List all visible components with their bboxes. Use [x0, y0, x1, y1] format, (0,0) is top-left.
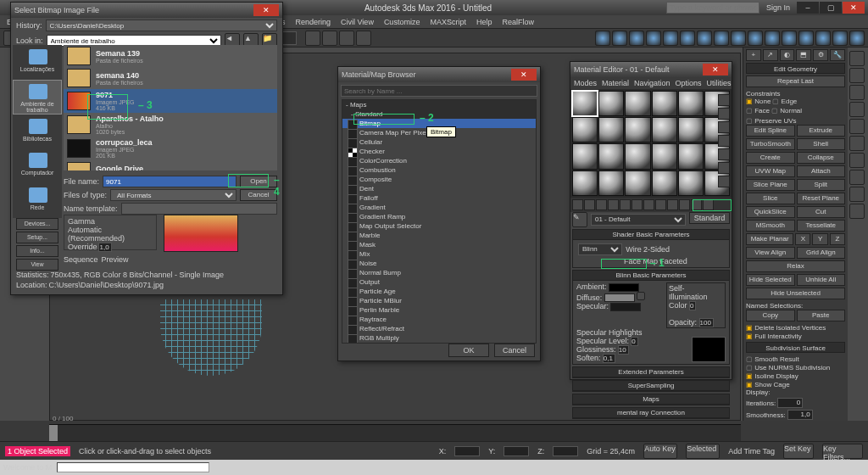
- map-item[interactable]: ColorCorrection: [342, 156, 536, 165]
- material-slot[interactable]: [678, 170, 704, 196]
- cmd-button[interactable]: Create: [746, 152, 795, 164]
- nametpl-input[interactable]: [121, 203, 277, 215]
- cancel-button[interactable]: Cancel: [494, 344, 535, 357]
- cmd-button[interactable]: TurboSmooth: [746, 138, 795, 150]
- toolbar-button[interactable]: [305, 31, 320, 46]
- tab-button[interactable]: ◐: [780, 49, 795, 61]
- material-slot[interactable]: [625, 170, 650, 196]
- file-list[interactable]: Semana 139Pasta de ficheiros semana 140P…: [64, 45, 277, 170]
- map-item[interactable]: Noise: [342, 259, 536, 268]
- repeat-last-button[interactable]: Repeat Last: [746, 75, 845, 87]
- right-tool[interactable]: [849, 170, 865, 185]
- smoothness-spinner[interactable]: 1,0: [787, 410, 813, 420]
- cancel-button[interactable]: Cancel: [240, 189, 277, 201]
- cmd-button[interactable]: Reset Plane: [797, 193, 846, 204]
- setkey-button[interactable]: Set Key: [783, 444, 814, 459]
- paste-button[interactable]: Paste: [797, 310, 846, 321]
- cmd-button[interactable]: Attach: [797, 165, 846, 177]
- dialog-close-button[interactable]: ✕: [253, 4, 279, 16]
- copy-button[interactable]: Copy: [746, 310, 795, 321]
- toolbar-button[interactable]: [815, 31, 831, 46]
- med-tool[interactable]: [718, 94, 730, 106]
- material-slot[interactable]: [598, 117, 624, 142]
- cmd-button[interactable]: Slice Plane: [746, 179, 795, 191]
- wire-check[interactable]: Wire: [626, 244, 642, 253]
- 2sided-check[interactable]: 2-Sided: [643, 244, 670, 253]
- toolbar-button[interactable]: [595, 31, 610, 46]
- speclevel-spinner[interactable]: 0: [631, 337, 637, 346]
- menu-item[interactable]: MAXScript: [430, 18, 466, 26]
- map-list[interactable]: Bitmap Camera Map Per Pixel Cellular Che…: [342, 119, 536, 343]
- preview-check[interactable]: Preview: [102, 255, 129, 264]
- dialog-titlebar[interactable]: Material Editor - 01 - Default ✕: [570, 62, 732, 77]
- tab-button[interactable]: ↗: [763, 49, 778, 61]
- toolbar-button[interactable]: [680, 31, 695, 46]
- right-tool[interactable]: [849, 68, 865, 83]
- material-slot[interactable]: [572, 117, 598, 142]
- med-menu[interactable]: Material: [602, 79, 629, 87]
- material-slot[interactable]: [598, 91, 624, 116]
- right-tool[interactable]: [849, 51, 865, 66]
- smooth-result-check[interactable]: Smooth Result: [746, 355, 799, 363]
- sequence-check[interactable]: Sequence: [64, 255, 98, 264]
- filetype-dropdown[interactable]: All Formats: [110, 189, 236, 201]
- place-item[interactable]: Ambiente de trabalho: [13, 80, 62, 115]
- map-item[interactable]: Composite: [342, 175, 536, 184]
- maxscript-input[interactable]: [57, 462, 209, 472]
- right-tool[interactable]: [849, 119, 865, 134]
- keyword-search-input[interactable]: [666, 2, 760, 14]
- file-item[interactable]: semana 140Pasta de ficheiros: [64, 67, 277, 89]
- ambient-swatch[interactable]: [609, 283, 639, 292]
- cmd-button[interactable]: Tessellate: [797, 220, 846, 232]
- full-inter-check[interactable]: Full Interactivity: [746, 332, 802, 340]
- delete-iso-check[interactable]: Delete Isolated Vertices: [746, 324, 826, 332]
- material-slot[interactable]: [625, 143, 650, 169]
- toolbar-button[interactable]: [782, 31, 797, 46]
- cmd-button[interactable]: Hide Unselected: [746, 288, 845, 299]
- map-item[interactable]: RGB Multiply: [342, 333, 536, 343]
- med-tool[interactable]: [584, 199, 595, 210]
- tab-button[interactable]: 🔧: [830, 49, 845, 61]
- toolbar-button[interactable]: [339, 31, 354, 46]
- material-slot[interactable]: [572, 170, 598, 196]
- place-item[interactable]: Rede: [13, 183, 62, 218]
- med-tool[interactable]: [718, 121, 730, 133]
- coord-z[interactable]: [553, 446, 578, 456]
- toolbar-button[interactable]: [798, 31, 814, 46]
- med-tool[interactable]: [596, 199, 607, 210]
- gamma-auto-radio[interactable]: Automatic (Recommended): [68, 226, 125, 243]
- selected-button[interactable]: Selected: [686, 444, 720, 459]
- soften-spinner[interactable]: 0,1: [603, 354, 615, 363]
- material-slot[interactable]: [678, 143, 704, 169]
- coord-x[interactable]: [454, 446, 480, 456]
- med-menu[interactable]: Utilities: [707, 79, 732, 87]
- rollout-header[interactable]: Blinn Basic Parameters: [573, 271, 729, 281]
- right-tool[interactable]: [849, 187, 865, 202]
- cmd-button[interactable]: Shell: [797, 138, 846, 150]
- map-item[interactable]: Falloff: [342, 193, 536, 203]
- map-item[interactable]: Combustion: [342, 165, 536, 175]
- place-item[interactable]: Localizações: [13, 45, 62, 80]
- rollout-header[interactable]: Shader Basic Parameters: [573, 230, 729, 240]
- map-item[interactable]: Reflect/Refract: [342, 324, 536, 333]
- devices-button[interactable]: Devices...: [16, 218, 58, 230]
- cmd-button[interactable]: Z: [830, 233, 845, 245]
- toolbar-button[interactable]: [832, 31, 848, 46]
- menu-item[interactable]: Help: [476, 18, 492, 26]
- gamma-override-radio[interactable]: Override: [68, 243, 97, 251]
- toolbar-button[interactable]: [629, 31, 644, 46]
- file-item[interactable]: corrupcao_lecaImagem JPEG201 KB: [64, 137, 277, 160]
- toolbar-button[interactable]: [697, 31, 712, 46]
- constraint-normal[interactable]: Normal: [771, 107, 802, 115]
- constraint-edge[interactable]: Edge: [772, 98, 797, 105]
- diffuse-swatch[interactable]: [604, 293, 635, 302]
- constraint-face[interactable]: Face: [746, 107, 770, 115]
- toolbar-button[interactable]: [765, 31, 780, 46]
- material-slot[interactable]: [598, 143, 624, 169]
- right-tool[interactable]: [849, 85, 865, 100]
- toolbar-button[interactable]: [714, 31, 729, 46]
- map-item[interactable]: Dent: [342, 184, 536, 193]
- cmd-button[interactable]: Collapse: [797, 152, 846, 164]
- file-item[interactable]: Google DriveAtalho: [64, 160, 277, 170]
- mmb-search-input[interactable]: [341, 85, 537, 97]
